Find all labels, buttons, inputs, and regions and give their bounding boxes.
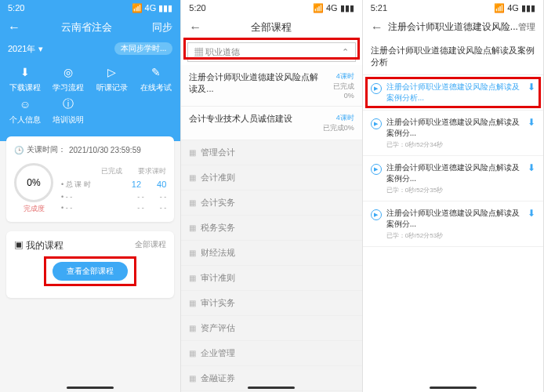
- nav-label: 个人信息: [9, 114, 41, 125]
- search-wrap: ▦ 职业道德 ⌃: [181, 39, 361, 65]
- play-icon: ▶: [371, 118, 382, 129]
- info-icon: ⓘ: [60, 96, 76, 112]
- lesson-item[interactable]: ▶注册会计师职业道德建设风险点解读及案例分...已学：0秒/52分34秒⬇: [363, 111, 543, 156]
- highlight-box: [365, 77, 541, 108]
- expand-icon: ▦: [189, 324, 196, 332]
- back-icon[interactable]: ←: [8, 20, 20, 34]
- category-item[interactable]: ▦企业管理: [181, 341, 361, 366]
- progress-stats: 已完成 要求课时 • 总 课 时 12 40 • - - - - - - • -…: [61, 166, 166, 212]
- category-item[interactable]: ▦资产评估: [181, 316, 361, 341]
- play-icon: ▶: [371, 164, 382, 175]
- category-label: 财经法规: [201, 247, 235, 259]
- course-item[interactable]: 注册会计师职业道德建设风险点解读及...4课时已完成0%: [181, 65, 361, 107]
- course-title: 注册会计师职业道德建设风险点解读及...: [189, 71, 326, 100]
- course-meta: 4课时已完成0%: [326, 71, 354, 100]
- lesson-item[interactable]: ▶注册会计师职业道德建设风险点解读及案例分...已学：0秒/52分35秒⬇: [363, 156, 543, 201]
- lesson-meta: 已学：0秒/52分35秒: [386, 186, 523, 194]
- nav-item[interactable]: ◎学习流程: [49, 64, 89, 93]
- status-bar: 5:20 📶 4G ▮▮▮: [0, 0, 180, 16]
- back-icon[interactable]: ←: [189, 20, 201, 34]
- course-title: 会计专业技术人员诚信建设: [189, 113, 292, 133]
- lesson-list: ▶注册会计师职业道德建设风险点解读及案例分析...⬇▶注册会计师职业道德建设风险…: [363, 75, 543, 247]
- category-label: 税务实务: [201, 222, 235, 234]
- page-title: 全部课程: [251, 20, 292, 34]
- screen-course-detail: 5:21 📶 4G ▮▮▮ ← 注册会计师职业道德建设风险... 管理 注册会计…: [363, 0, 544, 392]
- expand-icon: ▦: [189, 198, 196, 207]
- sync-button[interactable]: 同步: [152, 20, 172, 34]
- my-courses-card: ▣ 我的课程 全部课程 查看全部课程: [6, 231, 174, 298]
- category-label: 会计准则: [201, 172, 235, 183]
- nav-item[interactable]: ▷听课记录: [92, 64, 132, 93]
- category-label: 审计准则: [201, 272, 235, 284]
- page-title: 云南省注会: [61, 20, 112, 34]
- progress-area: 0% 完成度 已完成 要求课时 • 总 课 时 12 40 • - - - -: [14, 163, 166, 214]
- category-list: ▦管理会计▦会计准则▦会计实务▦税务实务▦财经法规▦审计准则▦审计实务▦资产评估…: [181, 140, 361, 392]
- home-indicator[interactable]: [67, 387, 114, 389]
- play-icon: ▶: [371, 209, 382, 220]
- category-item[interactable]: ▦财经法规: [181, 241, 361, 266]
- sub-header: 2021年 ▾ 本同步学时...: [0, 39, 180, 58]
- category-item[interactable]: ▦会计实务: [181, 191, 361, 216]
- category-item[interactable]: ▦会计准则: [181, 165, 361, 191]
- expand-icon: ▦: [189, 299, 196, 307]
- status-bar: 5:21 📶 4G ▮▮▮: [363, 0, 543, 16]
- expand-icon: ▦: [189, 349, 196, 358]
- stats-header: 已完成 要求课时: [61, 166, 166, 176]
- category-item[interactable]: ▦审计实务: [181, 291, 361, 316]
- nav-item[interactable]: ⓘ培训说明: [49, 96, 89, 125]
- all-courses-link[interactable]: 全部课程: [135, 239, 166, 252]
- expand-icon: ▦: [189, 374, 196, 383]
- time-card: 🕒 关课时间： 2021/10/30 23:59:59 0% 完成度 已完成 要…: [6, 136, 174, 222]
- status-time: 5:21: [371, 3, 387, 13]
- status-bar: 5:20 📶 4G ▮▮▮: [181, 0, 361, 16]
- back-icon[interactable]: ←: [371, 20, 383, 34]
- expand-icon: ▦: [189, 274, 196, 282]
- status-signal: 📶 4G ▮▮▮: [494, 3, 535, 13]
- download-icon[interactable]: ⬇: [528, 208, 535, 219]
- manage-button[interactable]: 管理: [518, 21, 535, 33]
- status-signal: 📶 4G ▮▮▮: [313, 3, 354, 13]
- download-icon: ⬇: [17, 64, 33, 80]
- course-list: 注册会计师职业道德建设风险点解读及...4课时已完成0%会计专业技术人员诚信建设…: [181, 65, 361, 140]
- status-time: 5:20: [8, 3, 24, 13]
- nav-item[interactable]: ✎在线考试: [136, 64, 176, 93]
- category-item[interactable]: ▦审计准则: [181, 266, 361, 291]
- section-title: 注册会计师职业道德建设风险点解读及案例分析: [363, 38, 543, 75]
- nav-label: 培训说明: [53, 114, 84, 125]
- lesson-title: 注册会计师职业道德建设风险点解读及案例分...: [386, 208, 523, 230]
- lesson-item[interactable]: ▶注册会计师职业道德建设风险点解读及案例分析...⬇: [363, 75, 543, 111]
- profile-icon: ☺: [17, 96, 33, 112]
- highlight-box: [44, 256, 136, 286]
- category-item[interactable]: ▦税务实务: [181, 216, 361, 241]
- exam-icon: ✎: [148, 64, 164, 80]
- category-item[interactable]: ▦管理会计: [181, 140, 361, 165]
- header: ← 云南省注会 同步: [0, 16, 180, 39]
- download-icon[interactable]: ⬇: [528, 162, 535, 173]
- download-icon[interactable]: ⬇: [528, 117, 535, 128]
- flow-icon: ◎: [60, 64, 76, 80]
- nav-item[interactable]: ⬇下载课程: [5, 64, 45, 93]
- category-label: 会计实务: [201, 197, 235, 209]
- lesson-title: 注册会计师职业道德建设风险点解读及案例分...: [386, 162, 523, 184]
- category-label: 资产评估: [201, 322, 235, 334]
- home-indicator[interactable]: [248, 387, 295, 389]
- progress-circle: 0%: [14, 163, 53, 202]
- lesson-meta: 已学：0秒/52分34秒: [386, 140, 523, 149]
- expand-icon: ▦: [189, 148, 196, 157]
- status-signal: 📶 4G ▮▮▮: [132, 3, 173, 13]
- course-item[interactable]: 会计专业技术人员诚信建设4课时已完成0%: [181, 107, 361, 140]
- page-title: 注册会计师职业道德建设风险...: [388, 20, 518, 34]
- stats-row: • - - - - - -: [61, 193, 166, 201]
- year-selector[interactable]: 2021年 ▾: [8, 43, 43, 55]
- stats-row: • 总 课 时 12 40: [61, 180, 166, 190]
- expand-icon: ▦: [189, 223, 196, 232]
- category-label: 管理会计: [201, 147, 235, 158]
- screen-all-courses: 5:20 📶 4G ▮▮▮ ← 全部课程 ▦ 职业道德 ⌃ 注册会计师职业道德建…: [181, 0, 362, 392]
- sync-pill[interactable]: 本同步学时...: [114, 42, 172, 55]
- nav-item[interactable]: ☺个人信息: [5, 96, 45, 125]
- my-courses-title: ▣ 我的课程: [14, 239, 63, 252]
- my-courses-header: ▣ 我的课程 全部课程: [14, 239, 166, 252]
- nav-label: 下载课程: [9, 82, 41, 93]
- lesson-item[interactable]: ▶注册会计师职业道德建设风险点解读及案例分...已学：0秒/52分53秒⬇: [363, 201, 543, 247]
- home-indicator[interactable]: [430, 387, 477, 389]
